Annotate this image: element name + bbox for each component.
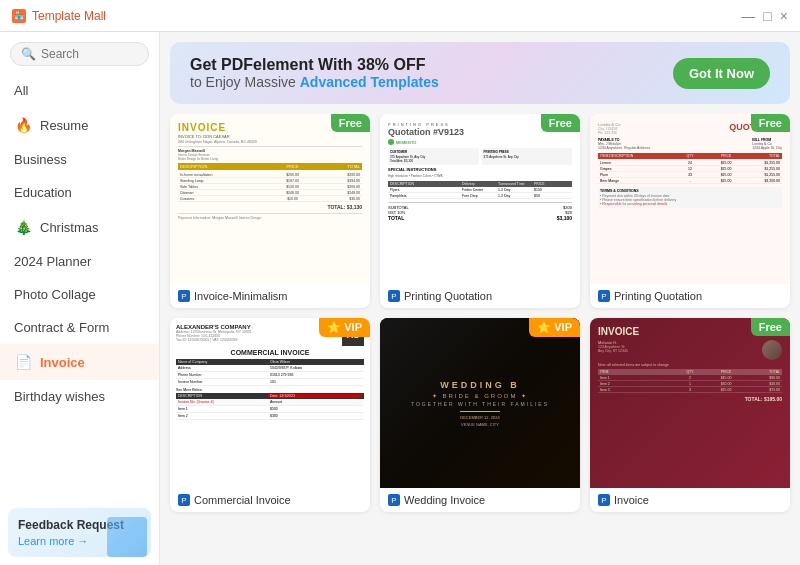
content-area: Get PDFelement With 38% OFF to Enjoy Mas… <box>160 32 800 565</box>
free-badge-3: Free <box>751 114 790 132</box>
doc-icon-4: P <box>178 494 190 506</box>
sidebar-item-birthday[interactable]: Birthday wishes <box>0 380 159 413</box>
sidebar-item-education[interactable]: Education <box>0 176 159 209</box>
template-card-wedding[interactable]: WEDDING B ✦ BRIDE & GROOM ✦ TOGETHER WIT… <box>380 318 580 512</box>
template-name-3: P Printing Quotation <box>590 284 790 308</box>
promo-banner: Get PDFelement With 38% OFF to Enjoy Mas… <box>170 42 790 104</box>
template-name-4: P Commercial Invoice <box>170 488 370 512</box>
resume-icon: 🔥 <box>14 116 32 134</box>
doc-icon-6: P <box>598 494 610 506</box>
sidebar-item-business[interactable]: Business <box>0 143 159 176</box>
promo-subtext: to Enjoy Massive Advanced Templates <box>190 74 439 90</box>
template-card-printing-quotation-2[interactable]: Loretta & Co City, 123456 Ph: 123-456 QU… <box>590 114 790 308</box>
vip-badge-4: ⭐ VIP <box>319 318 370 337</box>
window-controls: — □ × <box>741 9 788 23</box>
title-bar-left: 🏪 Template Mall <box>12 9 106 23</box>
promo-button[interactable]: Got It Now <box>673 58 770 89</box>
doc-icon-5: P <box>388 494 400 506</box>
template-name-5: P Wedding Invoice <box>380 488 580 512</box>
template-preview-3: Loretta & Co City, 123456 Ph: 123-456 QU… <box>590 114 790 284</box>
sidebar-item-all[interactable]: All <box>0 74 159 107</box>
template-name-6: P Invoice <box>590 488 790 512</box>
template-preview-1: INVOICE INVOICE TO: DON CAESAR 484 Jetti… <box>170 114 370 284</box>
sidebar-item-resume[interactable]: 🔥 Resume <box>0 107 159 143</box>
search-icon: 🔍 <box>21 47 36 61</box>
vip-badge-5: ⭐ VIP <box>529 318 580 337</box>
sidebar-item-contract-form[interactable]: Contract & Form <box>0 311 159 344</box>
search-input[interactable] <box>41 47 138 61</box>
doc-icon-2: P <box>388 290 400 302</box>
sidebar-item-planner[interactable]: 2024 Planner <box>0 245 159 278</box>
template-card-invoice-minimalism[interactable]: INVOICE INVOICE TO: DON CAESAR 484 Jetti… <box>170 114 370 308</box>
promo-text: Get PDFelement With 38% OFF to Enjoy Mas… <box>190 56 439 90</box>
template-card-yellow-invoice[interactable]: INVOICE Melanie H. 123 Anywhere St. Any … <box>590 318 790 512</box>
template-card-commercial-invoice[interactable]: ALEXANDER'S COMPANY Address: 123 Busines… <box>170 318 370 512</box>
maximize-button[interactable]: □ <box>763 9 771 23</box>
sidebar-item-invoice[interactable]: 📄 Invoice <box>0 344 159 380</box>
doc-icon-3: P <box>598 290 610 302</box>
sidebar-item-christmas[interactable]: 🎄 Christmas <box>0 209 159 245</box>
title-bar: 🏪 Template Mall — □ × <box>0 0 800 32</box>
template-grid: INVOICE INVOICE TO: DON CAESAR 484 Jetti… <box>160 114 800 565</box>
template-name-2: P Printing Quotation <box>380 284 580 308</box>
app-title: Template Mall <box>32 9 106 23</box>
search-bar[interactable]: 🔍 <box>10 42 149 66</box>
template-preview-6: INVOICE Melanie H. 123 Anywhere St. Any … <box>590 318 790 488</box>
doc-icon-1: P <box>178 290 190 302</box>
close-button[interactable]: × <box>780 9 788 23</box>
sidebar: 🔍 All 🔥 Resume Business Education 🎄 Chri… <box>0 32 160 565</box>
christmas-icon: 🎄 <box>14 218 32 236</box>
sidebar-item-photo-collage[interactable]: Photo Collage <box>0 278 159 311</box>
template-preview-2: PRINTING PRESS Quotation #V9123 MEMENTO … <box>380 114 580 284</box>
app-icon: 🏪 <box>12 9 26 23</box>
free-badge-6: Free <box>751 318 790 336</box>
promo-headline: Get PDFelement With 38% OFF <box>190 56 439 74</box>
template-preview-5: WEDDING B ✦ BRIDE & GROOM ✦ TOGETHER WIT… <box>380 318 580 488</box>
free-badge-2: Free <box>541 114 580 132</box>
feedback-banner[interactable]: Feedback Request Learn more → <box>8 508 151 557</box>
template-card-printing-quotation-1[interactable]: PRINTING PRESS Quotation #V9123 MEMENTO … <box>380 114 580 308</box>
template-name-1: P Invoice-Minimalism <box>170 284 370 308</box>
invoice-icon: 📄 <box>14 353 32 371</box>
free-badge: Free <box>331 114 370 132</box>
main-layout: 🔍 All 🔥 Resume Business Education 🎄 Chri… <box>0 32 800 565</box>
nav-items: All 🔥 Resume Business Education 🎄 Christ… <box>0 74 159 500</box>
template-preview-4: ALEXANDER'S COMPANY Address: 123 Busines… <box>170 318 370 488</box>
minimize-button[interactable]: — <box>741 9 755 23</box>
feedback-image <box>107 517 147 557</box>
